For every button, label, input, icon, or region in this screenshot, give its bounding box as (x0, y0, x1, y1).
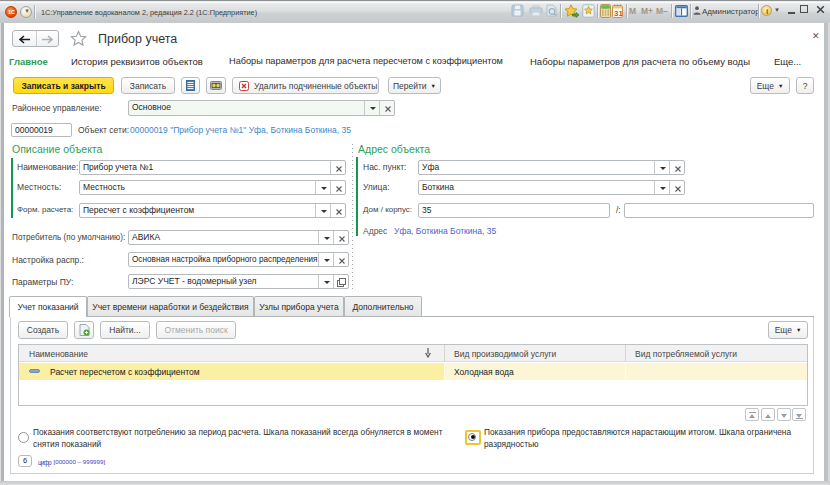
svg-text:31: 31 (614, 9, 623, 18)
